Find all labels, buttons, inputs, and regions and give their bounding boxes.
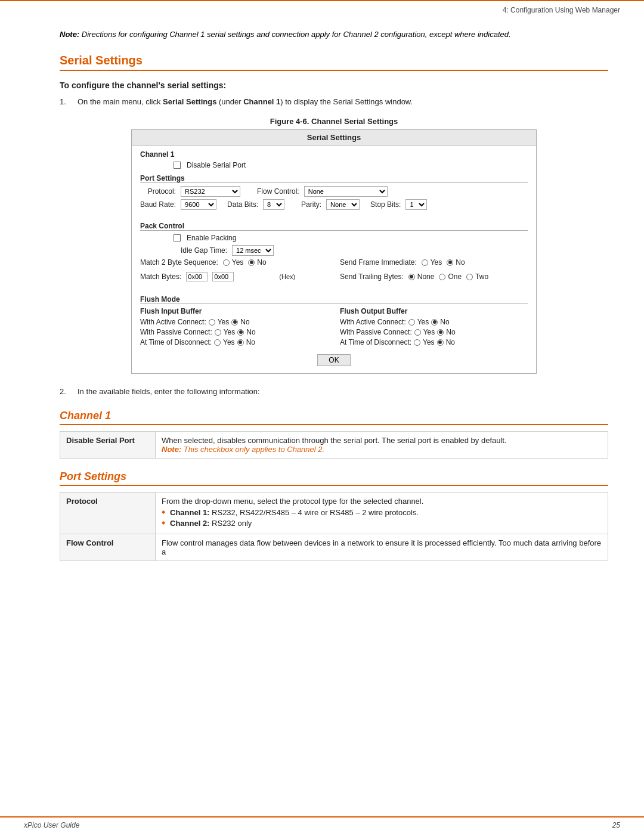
parity-select[interactable]: None [326,199,360,210]
trailing-one-radio[interactable] [439,274,445,280]
idle-gap-row: Idle Gap Time: 12 msec [140,245,528,256]
active-yes-input-radio[interactable] [209,319,215,326]
serial-settings-window: Serial Settings Channel 1 Disable Serial… [131,129,537,374]
protocol-select[interactable]: RS232 [181,186,240,197]
disable-serial-label: Disable Serial Port [187,161,246,169]
protocol-row-desc: Protocol From the drop-down menu, select… [60,492,608,534]
disconnect-output-label: At Time of Disconnect: [340,338,411,346]
header-bar: 4: Configuration Using Web Manager [0,0,644,17]
step-list: On the main menu, click Serial Settings … [60,96,608,108]
active-yes-input-label: Yes [218,318,230,326]
flow-control-select[interactable]: None [304,186,388,197]
disconnect-no-output-radio[interactable] [437,339,444,346]
passive-yes-input-radio[interactable] [215,329,221,336]
disable-serial-desc: When selected, disables communication th… [156,431,608,458]
active-connect-output-row: With Active Connect: Yes No [340,318,528,326]
disconnect-no-input-radio[interactable] [237,339,244,346]
enable-packing-checkbox[interactable] [174,234,181,241]
disconnect-input-row: At Time of Disconnect: Yes No [140,338,328,346]
note-block: Note: Directions for configuring Channel… [60,29,608,41]
disconnect-yes-input-radio[interactable] [214,339,221,346]
parity-label: Parity: [301,200,321,209]
send-frame-row: Send Frame Immediate: Yes No [340,258,528,267]
match-yes-group: Yes [223,258,244,267]
active-no-input-label: No [240,318,249,326]
active-no-input-radio[interactable] [231,319,238,326]
passive-yes-output-label: Yes [423,328,435,336]
hex-input-1[interactable] [186,272,208,281]
match-bytes-row: Match Bytes: (Hex) [140,272,328,281]
flush-output-col: Flush Output Buffer With Active Connect:… [340,307,528,348]
disconnect-yes-output-radio[interactable] [414,339,420,346]
flow-control-label: Flow Control: [257,187,299,196]
data-bits-select[interactable]: 8 [263,199,284,210]
port-settings-table: Protocol From the drop-down menu, select… [60,492,608,561]
trailing-one-group: One [439,272,462,281]
idle-gap-select[interactable]: 12 msec [232,245,274,256]
active-yes-output-radio[interactable] [408,319,415,326]
match-no-radio[interactable] [248,259,255,266]
page-container: 4: Configuration Using Web Manager Note:… [0,0,644,833]
passive-connect-input-label: With Passive Connect: [140,328,212,336]
idle-gap-label: Idle Gap Time: [181,246,227,255]
disable-serial-checkbox[interactable] [174,162,181,169]
match-yes-radio[interactable] [223,259,230,266]
match-no-group: No [248,258,266,267]
hex-input-2[interactable] [212,272,234,281]
disable-serial-row: Disable Serial Port [140,161,528,169]
send-no-group: No [447,258,465,267]
send-yes-radio[interactable] [422,259,428,266]
active-no-output-radio[interactable] [431,319,438,326]
disconnect-yes-input-label: Yes [223,338,235,346]
enable-packing-row: Enable Packing [140,234,528,242]
trailing-two-radio[interactable] [466,274,473,280]
trailing-none-label: None [417,272,435,281]
ss-title-bar: Serial Settings [132,130,536,145]
send-frame-label: Send Frame Immediate: [340,258,417,267]
trailing-none-radio[interactable] [408,274,415,280]
passive-no-output-label: No [446,328,455,336]
stop-bits-select[interactable]: 1 [405,199,427,210]
port-settings-label: Port Settings [140,174,528,183]
send-yes-group: Yes [422,258,442,267]
match-2-byte-row: Match 2 Byte Sequence: Yes No [140,258,328,267]
passive-connect-output-row: With Passive Connect: Yes No [340,328,528,336]
active-connect-input-row: With Active Connect: Yes No [140,318,328,326]
match-trailing-row: Match Bytes: (Hex) Send Trailing Bytes: … [140,272,528,284]
flush-output-title: Flush Output Buffer [340,307,528,315]
match-2-byte-label: Match 2 Byte Sequence: [140,258,218,267]
baud-rate-select[interactable]: 9600 [181,199,216,210]
trailing-two-label: Two [475,272,488,281]
match-yes-label: Yes [232,258,244,267]
note-label: Note: [60,30,79,39]
passive-no-input-radio[interactable] [237,329,244,336]
disconnect-input-label: At Time of Disconnect: [140,338,212,346]
flow-control-row-desc: Flow Control Flow control manages data f… [60,534,608,561]
channel1-row-1: Disable Serial Port When selected, disab… [60,431,608,458]
port-settings-heading: Port Settings [60,470,608,486]
active-yes-output-label: Yes [417,318,429,326]
protocol-bullet-1: Channel 1: RS232, RS422/RS485 – 4 wire o… [162,508,602,517]
active-no-output-label: No [440,318,449,326]
baud-rate-label: Baud Rate: [140,200,176,209]
enable-packing-label: Enable Packing [187,234,236,242]
ok-button[interactable]: OK [317,354,350,366]
send-no-radio[interactable] [447,259,453,266]
figure-caption: Figure 4-6. Channel Serial Settings [60,117,608,126]
footer-right: 25 [612,821,620,829]
disconnect-output-row: At Time of Disconnect: Yes No [340,338,528,346]
passive-no-output-radio[interactable] [437,329,444,336]
send-trailing-row: Send Trailing Bytes: None One Two [340,272,528,281]
passive-yes-output-radio[interactable] [414,329,421,336]
step-list-2: In the available fields, enter the follo… [60,386,608,398]
ss-body: Channel 1 Disable Serial Port Port Setti… [132,145,536,373]
send-yes-label: Yes [431,258,442,267]
flow-control-field: Flow Control [60,534,156,561]
flush-mode-label: Flush Mode [140,295,528,304]
passive-no-input-label: No [246,328,255,336]
data-bits-label: Data Bits: [227,200,258,209]
disconnect-yes-output-label: Yes [423,338,435,346]
flush-input-col: Flush Input Buffer With Active Connect: … [140,307,328,348]
flow-control-desc: Flow control manages data flow between d… [156,534,608,561]
passive-connect-output-label: With Passive Connect: [340,328,412,336]
